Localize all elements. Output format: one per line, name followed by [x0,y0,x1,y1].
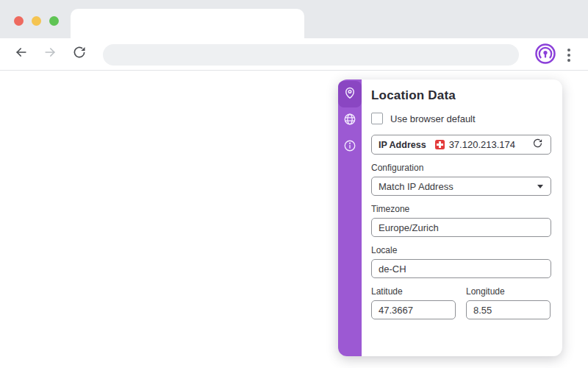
configuration-group: Configuration Match IP Address [371,163,551,196]
longitude-col: Longitude [466,286,551,319]
tab-strip [0,0,588,38]
use-browser-default-checkbox[interactable] [371,113,383,124]
forward-arrow-icon [43,45,57,63]
ip-address-value: 37.120.213.174 [449,139,515,150]
sidebar-item-browser[interactable] [338,107,362,134]
browser-tab[interactable] [71,9,304,38]
latitude-col: Latitude [371,286,456,319]
use-browser-default-row: Use browser default [371,113,551,124]
popup-content: Location Data Use browser default IP Add… [362,79,562,356]
address-bar[interactable] [103,44,519,66]
reload-icon [72,45,87,63]
use-browser-default-label: Use browser default [390,113,476,124]
locale-group: Locale [371,245,551,278]
configuration-value: Match IP Address [379,181,453,192]
timezone-group: Timezone [371,204,551,237]
extension-button[interactable] [534,43,557,67]
extension-popup: Location Data Use browser default IP Add… [338,79,562,356]
latitude-input[interactable] [371,300,456,319]
switzerland-flag-icon [435,140,445,149]
window-close-button[interactable] [14,16,24,26]
window-minimize-button[interactable] [32,16,41,26]
location-pin-icon [343,86,356,102]
latitude-label: Latitude [371,286,456,297]
info-icon [343,139,356,155]
timezone-label: Timezone [371,204,551,214]
browser-menu-button[interactable] [563,45,575,66]
chevron-down-icon [537,185,543,188]
locale-label: Locale [371,245,551,255]
kebab-dot [567,49,570,52]
refresh-ip-button[interactable] [531,138,544,152]
kebab-dot [567,54,570,57]
sidebar-item-location[interactable] [338,81,362,107]
locale-input[interactable] [371,259,551,278]
forward-button[interactable] [42,46,58,62]
window-maximize-button[interactable] [49,16,59,26]
reload-button[interactable] [71,46,87,62]
browser-window: Location Data Use browser default IP Add… [0,0,588,368]
globe-icon [343,113,356,129]
configuration-label: Configuration [371,163,551,173]
longitude-input[interactable] [466,300,551,319]
privacy-extension-icon [534,43,556,68]
latlong-group: Latitude Longitude [371,286,551,319]
ip-address-label: IP Address [379,140,426,150]
timezone-input[interactable] [371,218,551,237]
longitude-label: Longitude [466,286,551,297]
kebab-dot [567,59,570,62]
configuration-select[interactable]: Match IP Address [371,177,551,196]
popup-title: Location Data [371,88,551,103]
sidebar-item-info[interactable] [338,134,362,160]
back-button[interactable] [13,46,29,62]
popup-sidebar [338,79,362,356]
ip-address-row: IP Address 37.120.213.174 [371,135,551,155]
refresh-icon [532,138,543,152]
back-arrow-icon [14,45,29,63]
